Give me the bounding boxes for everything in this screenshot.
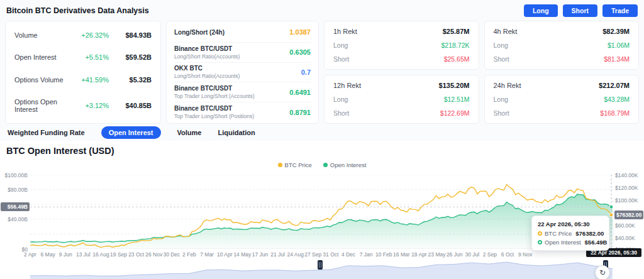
- ratio-label: Binance BTC/USDT: [174, 105, 254, 112]
- market-stats-card: Volume +26.32% $84.93B Open Interest +5.…: [5, 21, 161, 124]
- rekt-title: 24h Rekt: [494, 82, 521, 89]
- rekt-total: $82.39M: [602, 28, 630, 35]
- rekt-card-12h: 12h Rekt $135.20M Long$12.51M Short$122.…: [324, 75, 479, 124]
- legend-item-btc-price[interactable]: BTC Price: [278, 161, 312, 168]
- ratio-label: Binance BTC/USDT: [174, 45, 240, 52]
- axis-tick-label: $80.00B: [0, 187, 28, 193]
- rekt-short-label: Short: [494, 109, 509, 117]
- tooltip-label: BTC Price: [545, 230, 572, 237]
- ratio-value: 0.6491: [289, 89, 311, 96]
- ratio-row-top-trader-accounts: Binance BTC/USDT Top Trader Long/Short (…: [174, 82, 311, 102]
- short-button[interactable]: Short: [563, 4, 597, 17]
- axis-tick-label: $120.00K: [615, 185, 644, 191]
- rekt-short-value: $81.34M: [604, 55, 630, 63]
- top-bar: Bitcoin BTC Derivatives Data Analysis Lo…: [0, 0, 644, 21]
- legend-label: Open Interest: [330, 161, 367, 168]
- ratio-value: 0.6305: [289, 48, 311, 56]
- trade-button[interactable]: Trade: [602, 4, 638, 17]
- ratio-value: 0.7: [301, 68, 311, 76]
- rekt-title: 12h Rekt: [333, 82, 361, 89]
- rekt-long-value: $1.06M: [608, 41, 630, 49]
- ratio-label: Long/Short (24h): [174, 29, 225, 36]
- axis-tick-label: $100.00B: [0, 172, 28, 178]
- rekt-short-label: Short: [333, 109, 349, 117]
- rekt-card-4h: 4h Rekt $82.39M Long$1.06M Short$81.34M: [484, 21, 640, 70]
- summary-cards: Volume +26.32% $84.93B Open Interest +5.…: [0, 21, 644, 124]
- ratio-value: 0.8791: [289, 109, 311, 116]
- stat-row-options-volume: Options Volume +41.59% $5.32B: [14, 76, 152, 84]
- stat-value: $59.52B: [118, 53, 152, 61]
- rekt-long-label: Long: [333, 96, 348, 103]
- rekt-title: 4h Rekt: [494, 28, 518, 35]
- ratio-sublabel: Long/Short Ratio(Accounts): [174, 73, 240, 79]
- ratio-label: OKX BTC: [174, 65, 240, 72]
- reset-zoom-button[interactable]: ↻: [595, 265, 610, 279]
- rekt-short-label: Short: [494, 55, 509, 63]
- crosshair-price-badge: $76382.00: [614, 211, 643, 219]
- stat-label: Volume: [14, 31, 72, 39]
- legend-label: BTC Price: [285, 161, 312, 168]
- rekt-long-label: Long: [333, 41, 348, 49]
- rekt-short-value: $25.65M: [444, 55, 470, 63]
- rekt-card-1h: 1h Rekt $25.87M Long$218.72K Short$25.65…: [324, 21, 479, 70]
- rekt-short-value: $168.79M: [600, 109, 630, 117]
- ratio-sublabel: Top Trader Long/Short (Positions): [174, 113, 254, 119]
- rekt-short-value: $122.69M: [440, 109, 470, 117]
- stat-value: $40.85B: [118, 102, 152, 109]
- axis-tick-label: $40.00K: [615, 235, 644, 241]
- ratio-sublabel: Top Trader Long/Short (Accounts): [174, 93, 255, 99]
- rekt-title: 1h Rekt: [333, 28, 357, 35]
- rekt-total: $212.07M: [599, 82, 630, 89]
- ratio-sublabel: Long/Short Ratio(Accounts): [174, 53, 240, 60]
- ratio-row-top-trader-positions: Binance BTC/USDT Top Trader Long/Short (…: [174, 102, 311, 122]
- stat-label: Open Interest: [14, 53, 72, 61]
- stat-change: +3.12%: [72, 102, 109, 109]
- ratio-value: 1.0387: [289, 28, 311, 36]
- tab-liquidation[interactable]: Liquidation: [218, 129, 255, 136]
- ratio-label: Binance BTC/USDT: [174, 85, 255, 92]
- page-title: Bitcoin BTC Derivatives Data Analysis: [6, 6, 149, 15]
- main-chart-plot[interactable]: [30, 175, 613, 249]
- rekt-long-label: Long: [494, 96, 508, 103]
- stat-change: +5.51%: [72, 53, 109, 61]
- navigator-handle[interactable]: [318, 260, 323, 270]
- rekt-short-label: Short: [333, 55, 349, 63]
- tab-open-interest[interactable]: Open Interest: [101, 126, 161, 139]
- rekt-total: $135.20M: [439, 82, 470, 89]
- stat-value: $5.32B: [118, 76, 152, 84]
- axis-tick-label: 9 Nov: [513, 251, 538, 258]
- tooltip-value: $56.49B: [585, 239, 608, 246]
- stat-value: $84.93B: [118, 31, 152, 39]
- axis-tick-label: $140.00K: [615, 172, 644, 178]
- chart-tooltip: 22 Apr 2026, 05:30 BTC Price $76382.00 O…: [531, 216, 609, 251]
- rekt-total: $25.87M: [443, 28, 470, 35]
- stat-row-open-interest: Open Interest +5.51% $59.52B: [14, 53, 152, 61]
- tooltip-date: 22 Apr 2026, 05:30: [538, 221, 603, 227]
- stat-label: Options Open Interest: [14, 98, 72, 113]
- rekt-grid: 1h Rekt $25.87M Long$218.72K Short$25.65…: [324, 21, 639, 124]
- tab-volume[interactable]: Volume: [177, 129, 202, 136]
- long-button[interactable]: Long: [524, 4, 558, 17]
- stat-label: Options Volume: [14, 76, 72, 84]
- crosshair-oi-badge: $56.49B: [1, 202, 30, 211]
- btc-price-legend-dot-icon: [278, 163, 282, 167]
- legend-item-open-interest[interactable]: Open Interest: [323, 161, 367, 168]
- rekt-long-value: $43.28M: [604, 96, 630, 103]
- stat-row-options-open-interest: Options Open Interest +3.12% $40.85B: [14, 98, 152, 113]
- open-interest-ring-icon: [538, 240, 542, 244]
- tooltip-row-open-interest: Open Interest $56.49B: [538, 239, 603, 246]
- tooltip-label: Open Interest: [545, 239, 581, 246]
- rekt-long-value: $12.51M: [444, 96, 470, 103]
- open-interest-legend-dot-icon: [323, 163, 328, 167]
- rekt-long-value: $218.72K: [441, 41, 470, 49]
- ratio-row-binance-accounts: Binance BTC/USDT Long/Short Ratio(Accoun…: [174, 43, 311, 63]
- chart-section: BTC Open Interest (USD) BTC Price Open I…: [0, 141, 644, 279]
- axis-tick-label: $40.00B: [0, 216, 28, 222]
- ratio-row-long-short-24h: Long/Short (24h) 1.0387: [174, 23, 311, 43]
- rekt-long-label: Long: [494, 41, 508, 49]
- stat-row-volume: Volume +26.32% $84.93B: [14, 31, 152, 39]
- ratio-row-okx-accounts: OKX BTC Long/Short Ratio(Accounts) 0.7: [174, 63, 311, 83]
- rekt-card-24h: 24h Rekt $212.07M Long$43.28M Short$168.…: [484, 75, 640, 124]
- tab-weighted-funding-rate[interactable]: Weighted Funding Rate: [8, 129, 85, 136]
- top-bar-buttons: Long Short Trade: [524, 4, 638, 17]
